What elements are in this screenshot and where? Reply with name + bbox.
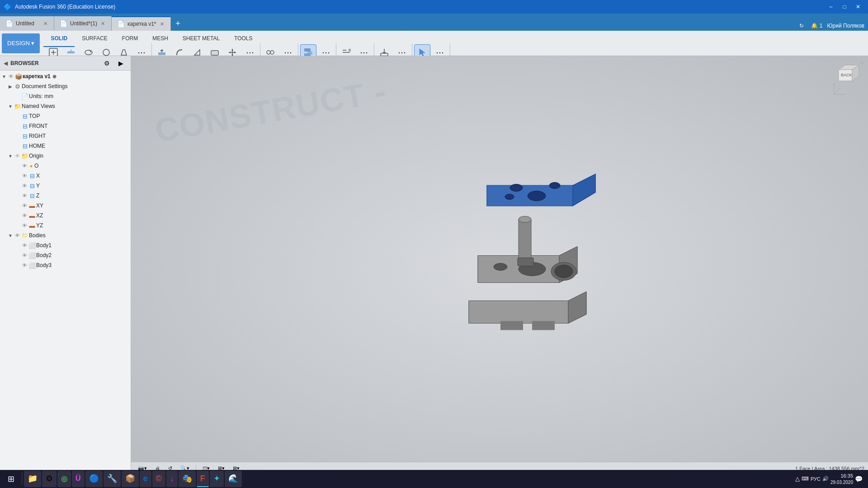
taskbar-app10[interactable]: ↓ [166, 471, 178, 487]
browser-expand-button[interactable]: ▶ [114, 57, 127, 70]
tree-origin-y[interactable]: 👁 ⊟ Y [0, 181, 131, 191]
body1-label: Body1 [36, 242, 52, 249]
taskbar-chrome[interactable]: ◎ [57, 471, 71, 487]
tree-body2[interactable]: 👁 ⬜ Body2 [0, 250, 131, 260]
minimize-button[interactable]: – [825, 2, 837, 12]
named-views-arrow: ▼ [7, 104, 14, 109]
browser-collapse-button[interactable]: ◀ [4, 60, 8, 66]
origin-arrow: ▼ [7, 154, 14, 159]
app-icon: 🔷 [4, 3, 11, 10]
tree-origin-o[interactable]: 👁 ◆ O [0, 161, 131, 171]
origin-z-eye[interactable]: 👁 [21, 193, 28, 198]
tab-untitled[interactable]: 📄 Untitled ✕ [0, 16, 54, 31]
taskbar-app5[interactable]: 🔵 [85, 471, 103, 487]
tree-named-views[interactable]: ▼ 📁 Named Views [0, 101, 131, 111]
taskbar-app11[interactable]: 🎭 [179, 471, 196, 487]
body2-eye[interactable]: 👁 [21, 253, 28, 258]
svg-marker-12 [231, 49, 233, 51]
tab-icon-1: 📄 [5, 20, 13, 27]
tree-body3[interactable]: 👁 ⬜ Body3 [0, 260, 131, 270]
browser-header-actions: ⚙ ▶ [100, 57, 127, 70]
root-icon: 📦 [14, 73, 23, 80]
svg-point-17 [270, 51, 274, 54]
3d-model [442, 161, 632, 370]
root-settings-icon[interactable]: ⊕ [52, 74, 57, 80]
taskbar-app7[interactable]: 📦 [122, 471, 139, 487]
origin-y-eye[interactable]: 👁 [21, 183, 28, 188]
tab-untitled-1[interactable]: 📄 Untitled*(1) ✕ [54, 16, 112, 31]
svg-point-43 [549, 183, 560, 189]
body3-icon: ⬜ [28, 262, 36, 269]
taskbar-ubiquity[interactable]: Ü [72, 471, 85, 487]
svg-rect-20 [304, 48, 311, 52]
body1-icon: ⬜ [28, 242, 36, 249]
origin-z-icon: ⊟ [28, 192, 36, 199]
taskbar-app13[interactable]: ✦ [210, 471, 224, 487]
viewport[interactable]: CONSTRUCT - [131, 56, 868, 474]
tree-doc-settings[interactable]: ▶ ⚙ Document Settings [0, 81, 131, 91]
taskbar-app14[interactable]: 🌊 [225, 471, 242, 487]
tab-close-3[interactable]: ✕ [159, 20, 165, 28]
root-eye[interactable]: 👁 [7, 74, 14, 79]
view-front-label: FRONT [29, 123, 47, 129]
svg-text:BACK: BACK [841, 73, 852, 77]
bodies-eye[interactable]: 👁 [14, 233, 21, 238]
tree-origin-xz[interactable]: 👁 ▬ XZ [0, 211, 131, 221]
view-home-icon: ⊟ [21, 143, 29, 150]
taskbar-ie[interactable]: e [140, 471, 151, 487]
svg-marker-7 [121, 50, 127, 55]
tree-view-right[interactable]: ⊟ RIGHT [0, 131, 131, 141]
origin-icon: 📁 [21, 153, 29, 160]
origin-y-label: Y [36, 183, 40, 189]
taskbar-notification-icon[interactable]: 💬 [855, 475, 863, 483]
origin-xy-eye[interactable]: 👁 [21, 203, 28, 208]
origin-x-eye[interactable]: 👁 [21, 173, 28, 178]
taskbar-explorer[interactable]: 📁 [24, 471, 41, 487]
svg-marker-15 [234, 52, 236, 53]
new-tab-button[interactable]: + [171, 16, 185, 31]
tree-origin[interactable]: ▼ 👁 📁 Origin [0, 151, 131, 161]
origin-o-eye[interactable]: 👁 [21, 163, 28, 169]
window-controls: – □ ✕ [825, 2, 864, 12]
tree-bodies[interactable]: ▼ 👁 📁 Bodies [0, 230, 131, 240]
view-cube[interactable]: BACK ✕ [832, 61, 863, 97]
svg-rect-19 [307, 52, 312, 55]
notification-button[interactable]: 🔔 1 [808, 21, 825, 31]
taskbar-app9[interactable]: © [152, 471, 165, 487]
title-bar: 🔷 Autodesk Fusion 360 (Education License… [0, 0, 868, 14]
svg-marker-14 [229, 52, 231, 53]
taskbar-app6[interactable]: 🔧 [104, 471, 121, 487]
taskbar-fusion[interactable]: F [197, 471, 209, 487]
main-area: ◀ BROWSER ⚙ ▶ ▼ 👁 📦 каретка v1 ⊕ ▶ ⚙ [0, 56, 868, 474]
taskbar-settings[interactable]: ⚙ [42, 471, 57, 487]
tree-root[interactable]: ▼ 👁 📦 каретка v1 ⊕ [0, 71, 131, 81]
taskbar: ⊞ 📁 ⚙ ◎ Ü 🔵 🔧 📦 e © ↓ 🎭 F ✦ 🌊 △ ⌨ РУС 🔊 … [0, 470, 868, 488]
body1-eye[interactable]: 👁 [21, 243, 28, 248]
tree-body1[interactable]: 👁 ⬜ Body1 [0, 240, 131, 250]
origin-xy-label: XY [36, 202, 43, 209]
tab-close-2[interactable]: ✕ [100, 20, 106, 28]
tree-origin-yz[interactable]: 👁 ▬ YZ [0, 221, 131, 230]
tree-origin-z[interactable]: 👁 ⊟ Z [0, 191, 131, 201]
svg-rect-28 [500, 321, 523, 330]
tree-view-top[interactable]: ⊟ TOP [0, 111, 131, 121]
origin-xz-eye[interactable]: 👁 [21, 213, 28, 218]
browser-settings-button[interactable]: ⚙ [100, 57, 113, 70]
tab-karetka[interactable]: 📄 каретка v1* ✕ [112, 16, 171, 31]
tab-close-1[interactable]: ✕ [42, 20, 48, 28]
start-button[interactable]: ⊞ [2, 471, 20, 487]
tree-origin-x[interactable]: 👁 ⊟ X [0, 171, 131, 181]
origin-o-label: O [34, 163, 38, 169]
design-button[interactable]: DESIGN ▾ [2, 33, 40, 53]
refresh-button[interactable]: ↻ [797, 21, 807, 31]
body3-eye[interactable]: 👁 [21, 263, 28, 268]
origin-yz-eye[interactable]: 👁 [21, 223, 28, 228]
close-button[interactable]: ✕ [852, 2, 864, 12]
browser-panel: ◀ BROWSER ⚙ ▶ ▼ 👁 📦 каретка v1 ⊕ ▶ ⚙ [0, 56, 131, 474]
tree-view-front[interactable]: ⊟ FRONT [0, 121, 131, 131]
tree-units[interactable]: 📄 Units: mm [0, 91, 131, 101]
tree-view-home[interactable]: ⊟ HOME [0, 141, 131, 151]
maximize-button[interactable]: □ [838, 2, 851, 12]
origin-eye[interactable]: 👁 [14, 153, 21, 159]
tree-origin-xy[interactable]: 👁 ▬ XY [0, 201, 131, 211]
